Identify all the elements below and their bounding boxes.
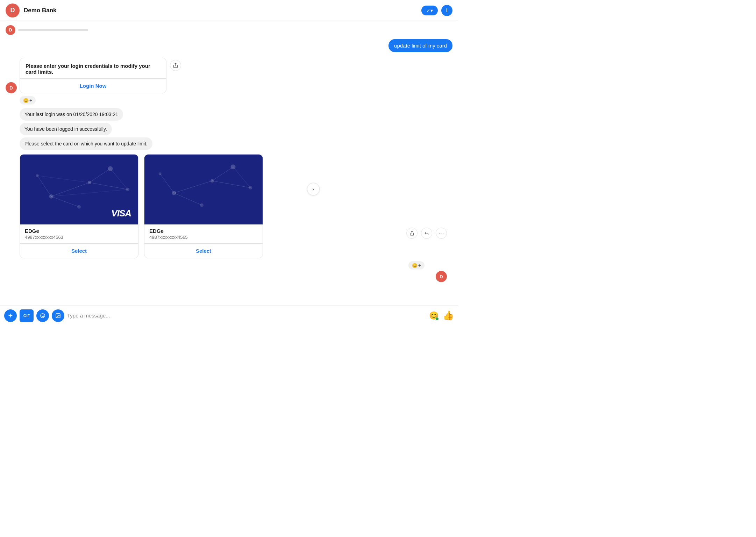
- info-button[interactable]: i: [441, 5, 452, 16]
- card-2-select-button[interactable]: Select: [144, 243, 263, 258]
- sticker-button[interactable]: [36, 309, 49, 322]
- share-icon: [173, 63, 178, 68]
- bot-avatar-login: D: [6, 82, 17, 93]
- logged-in-bubble: You have been logged in successfully.: [20, 123, 112, 135]
- login-card-text: Please enter your login credentials to m…: [20, 58, 166, 79]
- toolbar: + GIF 😊 👍: [0, 306, 458, 325]
- reply-icon-button[interactable]: [421, 228, 432, 239]
- card-2-pattern: [144, 155, 263, 224]
- emoji-add-row: 😊+: [20, 96, 452, 105]
- card-actions-right: ···: [406, 228, 447, 239]
- bot-login-row: D Please enter your login credentials to…: [6, 58, 452, 93]
- card-2-visual: [144, 155, 263, 224]
- share-icon-area: [170, 60, 181, 71]
- user-message-row: update limit of my card: [6, 39, 452, 52]
- check-button[interactable]: ✓▾: [421, 6, 438, 15]
- emoji-add-button[interactable]: 😊+: [20, 96, 36, 105]
- card-1-name: EDGe: [25, 228, 133, 234]
- sticker-icon: [40, 313, 45, 318]
- header-actions: ✓▾ i: [421, 5, 452, 16]
- share-icon-button[interactable]: [170, 60, 181, 71]
- reply-icon: [424, 231, 429, 236]
- card-2-number: 4987xxxxxxxx4565: [149, 235, 258, 240]
- bot-avatar-small: D: [6, 25, 15, 35]
- emoji-add-button-2[interactable]: 😊+: [408, 261, 425, 270]
- bot-last-login-row: Your last login was on 01/20/2020 19:03:…: [6, 108, 452, 121]
- prev-indicator: D: [6, 25, 452, 35]
- cards-container: VISA EDGe 4987xxxxxxxx4563 Select: [6, 154, 452, 258]
- bot-login-group: Please enter your login credentials to m…: [20, 58, 166, 93]
- cards-row: VISA EDGe 4987xxxxxxxx4563 Select: [20, 154, 452, 258]
- message-input[interactable]: [67, 313, 426, 318]
- svg-point-31: [57, 314, 58, 315]
- card-2-name: EDGe: [149, 228, 258, 234]
- share-icon-button-2[interactable]: [406, 228, 418, 239]
- svg-rect-16: [144, 155, 263, 224]
- svg-point-4: [108, 166, 113, 171]
- login-now-button[interactable]: Login Now: [20, 79, 166, 93]
- card-1-select-button[interactable]: Select: [20, 243, 138, 258]
- more-icon-button[interactable]: ···: [436, 228, 447, 239]
- thumbs-up-button[interactable]: 👍: [443, 310, 454, 321]
- share-icon-2: [409, 231, 414, 236]
- select-card-bubble: Please select the card on which you want…: [20, 137, 152, 150]
- card-2-info: EDGe 4987xxxxxxxx4565: [144, 224, 263, 240]
- card-1-logo: VISA: [111, 208, 131, 219]
- card-1: VISA EDGe 4987xxxxxxxx4563 Select: [20, 154, 138, 258]
- card-1-info: EDGe 4987xxxxxxxx4563: [20, 224, 138, 240]
- emoji-status-area: 😊: [429, 311, 438, 320]
- login-card: Please enter your login credentials to m…: [20, 58, 166, 93]
- user-avatar-row: D: [6, 271, 452, 282]
- prev-bar: [18, 29, 88, 31]
- gif-button[interactable]: GIF: [20, 309, 34, 322]
- add-button[interactable]: +: [4, 309, 17, 322]
- chat-area: D update limit of my card D Please enter…: [0, 21, 458, 306]
- header: D Demo Bank ✓▾ i: [0, 0, 458, 21]
- card-right-btns: ···: [406, 228, 447, 239]
- emoji-add-below: 😊+: [6, 261, 452, 270]
- bot-avatar: D: [6, 3, 20, 17]
- bot-select-card-row: Please select the card on which you want…: [6, 137, 452, 150]
- card-1-visual: VISA: [20, 155, 138, 224]
- online-indicator: [436, 317, 438, 320]
- last-login-bubble: Your last login was on 01/20/2020 19:03:…: [20, 108, 123, 121]
- image-icon: [55, 313, 61, 318]
- carousel-next-button[interactable]: ›: [307, 183, 320, 195]
- header-title: Demo Bank: [24, 7, 421, 14]
- card-2: EDGe 4987xxxxxxxx4565 Select: [144, 154, 263, 258]
- image-button[interactable]: [52, 309, 64, 322]
- user-bubble: update limit of my card: [388, 39, 452, 52]
- bot-logged-in-row: You have been logged in successfully.: [6, 123, 452, 135]
- card-1-number: 4987xxxxxxxx4563: [25, 235, 133, 240]
- user-avatar-right: D: [436, 271, 447, 282]
